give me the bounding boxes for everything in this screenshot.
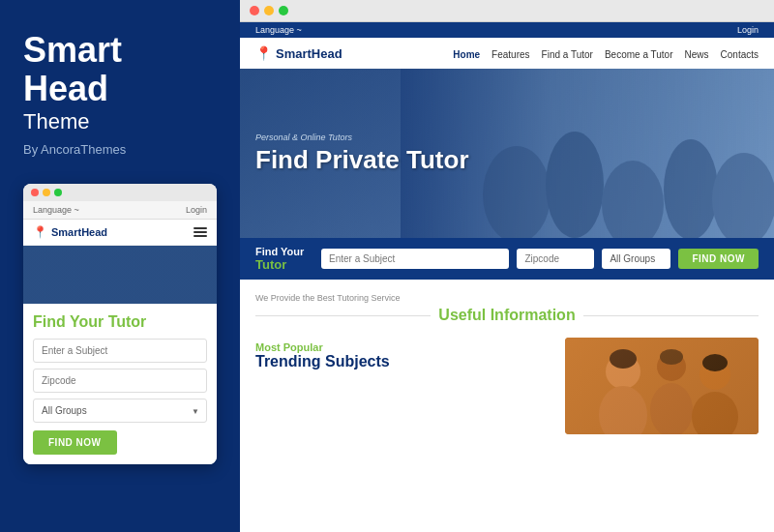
section-title: Useful Information <box>438 307 575 324</box>
nav-link-news[interactable]: News <box>685 49 709 60</box>
right-main: Language ~ Login 📍 SmartHead Home Featur… <box>240 0 774 532</box>
nav-item-home[interactable]: Home <box>453 44 480 62</box>
bottom-image-overlay <box>565 338 759 434</box>
site-nav-links: Home Features Find a Tutor Become a Tuto… <box>453 44 759 62</box>
nav-item-news[interactable]: News <box>685 44 709 62</box>
mobile-login: Login <box>186 205 207 215</box>
mobile-logo-pin-icon: 📍 <box>33 225 47 239</box>
search-groups-select[interactable]: All Groups <box>602 249 670 269</box>
useful-info-section: We Provide the Best Tutoring Service Use… <box>240 280 774 338</box>
search-find-now-button[interactable]: FIND NOW <box>678 249 759 269</box>
site-logo: 📍 SmartHead <box>255 45 342 61</box>
section-divider: Useful Information <box>255 307 759 324</box>
hero-title: Find Private Tutor <box>255 146 469 174</box>
nav-link-features[interactable]: Features <box>491 49 529 60</box>
nav-link-become-tutor[interactable]: Become a Tutor <box>605 49 673 60</box>
brand-subtitle: Theme <box>23 109 217 134</box>
mobile-topbar: Language ~ Login <box>23 201 217 220</box>
mobile-groups-select-wrap: All Groups ▼ <box>33 399 207 423</box>
find-tutor-heading: Find Your Tutor <box>33 313 207 331</box>
nav-item-become-tutor[interactable]: Become a Tutor <box>605 44 673 62</box>
nav-item-contacts[interactable]: Contacts <box>721 44 759 62</box>
bottom-text-section: Most Popular Trending Subjects <box>255 338 553 434</box>
hero-text: Personal & Online Tutors Find Private Tu… <box>255 133 469 174</box>
mobile-content: Find Your Tutor All Groups ▼ FIND NOW <box>23 304 217 464</box>
divider-line-right <box>583 315 759 316</box>
search-label: Find Your Tutor <box>255 246 313 272</box>
svg-point-2 <box>602 161 664 238</box>
browser-chrome <box>240 0 774 22</box>
site-search-bar: Find Your Tutor All Groups FIND NOW <box>240 238 774 280</box>
bottom-title: Trending Subjects <box>255 353 553 370</box>
mobile-subject-input[interactable] <box>33 339 207 363</box>
section-eyebrow: We Provide the Best Tutoring Service <box>255 293 759 303</box>
mobile-find-now-button[interactable]: FIND NOW <box>33 430 117 455</box>
tutor-highlight: Tutor <box>108 313 147 330</box>
section-title-colored: Information <box>491 307 576 323</box>
divider-line <box>255 315 431 316</box>
dot-red <box>31 189 39 196</box>
nav-item-features[interactable]: Features <box>491 44 529 62</box>
nav-link-contacts[interactable]: Contacts <box>721 49 759 60</box>
mobile-hero-image <box>23 246 217 304</box>
browser-dot-red <box>250 6 259 15</box>
svg-point-3 <box>664 139 718 238</box>
mobile-navbar: 📍 SmartHead <box>23 220 217 246</box>
brand-by: By AncoraThemes <box>23 142 217 157</box>
site-hero: Personal & Online Tutors Find Private Tu… <box>240 69 774 238</box>
site-topbar: Language ~ Login <box>240 22 774 38</box>
site-bottom: Most Popular Trending Subjects <box>240 338 774 446</box>
site-login: Login <box>737 25 759 35</box>
search-subject-input[interactable] <box>321 249 509 269</box>
nav-item-find-tutor[interactable]: Find a Tutor <box>542 44 593 62</box>
site-logo-text: SmartHead <box>276 46 342 61</box>
mobile-preview-card: Language ~ Login 📍 SmartHead Find Your T… <box>23 184 217 464</box>
bottom-label: Most Popular <box>255 341 553 353</box>
nav-link-find-tutor[interactable]: Find a Tutor <box>542 49 593 60</box>
browser-dot-green <box>279 6 288 15</box>
svg-point-1 <box>546 132 604 238</box>
hero-subtitle: Personal & Online Tutors <box>255 133 469 142</box>
brand-name: Smart Head <box>23 31 217 107</box>
dot-green <box>54 189 62 196</box>
website-preview: Language ~ Login 📍 SmartHead Home Featur… <box>240 22 774 532</box>
site-logo-pin-icon: 📍 <box>255 45 272 61</box>
mobile-window-dots <box>23 184 217 201</box>
left-sidebar: Smart Head Theme By AncoraThemes Languag… <box>0 0 240 532</box>
search-tutor-label: Tutor <box>255 257 313 272</box>
mobile-language: Language ~ <box>33 205 79 215</box>
svg-point-0 <box>483 146 551 238</box>
svg-point-4 <box>712 153 774 238</box>
browser-dot-yellow <box>264 6 274 15</box>
mobile-logo-text: SmartHead <box>51 226 107 238</box>
mobile-hamburger-icon[interactable] <box>194 227 207 237</box>
mobile-logo: 📍 SmartHead <box>33 225 107 239</box>
dot-yellow <box>43 189 50 196</box>
mobile-zipcode-input[interactable] <box>33 369 207 393</box>
site-navbar: 📍 SmartHead Home Features Find a Tutor B… <box>240 38 774 69</box>
bottom-image <box>565 338 759 434</box>
mobile-groups-select[interactable]: All Groups <box>33 399 207 423</box>
site-language: Language ~ <box>255 25 302 35</box>
nav-link-home[interactable]: Home <box>453 49 480 60</box>
search-zipcode-input[interactable] <box>517 249 594 269</box>
